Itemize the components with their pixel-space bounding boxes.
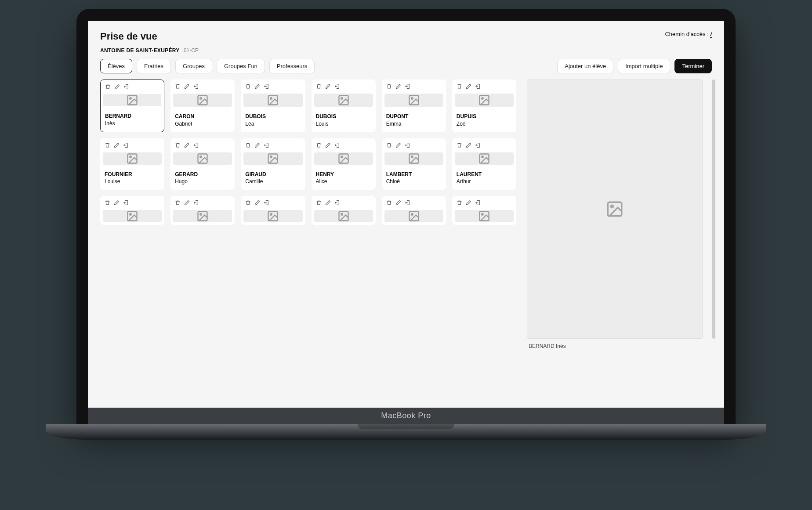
student-card[interactable]: GERARD Hugo (170, 138, 235, 190)
student-card[interactable]: DUPONT Emma (382, 80, 446, 132)
pencil-icon[interactable] (466, 199, 471, 207)
pencil-icon[interactable] (254, 142, 260, 150)
card-thumbnail[interactable] (314, 210, 373, 222)
export-icon[interactable] (264, 199, 269, 207)
export-icon[interactable] (475, 199, 481, 207)
trash-icon[interactable] (316, 199, 322, 207)
trash-icon[interactable] (175, 199, 181, 207)
tab-fratries[interactable]: Fratries (137, 59, 171, 73)
student-card[interactable]: DUBOIS Léa (241, 80, 305, 132)
student-card[interactable]: LAURENT Arthur (452, 138, 516, 190)
pencil-icon[interactable] (325, 142, 331, 150)
card-thumbnail[interactable] (384, 210, 443, 222)
trash-icon[interactable] (105, 199, 110, 207)
import-multiple-button[interactable]: Import multiple (618, 59, 670, 73)
student-card[interactable]: DUBOIS Louis (312, 80, 376, 132)
export-icon[interactable] (334, 142, 340, 150)
export-icon[interactable] (123, 142, 129, 150)
student-card[interactable]: DUPUIS Zoé (452, 80, 516, 132)
export-icon[interactable] (193, 142, 199, 150)
breadcrumb[interactable]: Chemin d'accès : / (665, 31, 712, 37)
pencil-icon[interactable] (325, 199, 331, 207)
trash-icon[interactable] (457, 83, 462, 91)
card-thumbnail[interactable] (103, 152, 162, 165)
student-card[interactable] (452, 196, 516, 225)
pencil-icon[interactable] (114, 142, 120, 150)
card-thumbnail[interactable] (103, 94, 161, 106)
pencil-icon[interactable] (184, 83, 190, 91)
card-thumbnail[interactable] (103, 210, 162, 222)
pencil-icon[interactable] (466, 83, 471, 91)
student-card[interactable]: BERNARD Inès (100, 80, 164, 132)
export-icon[interactable] (475, 142, 481, 150)
export-icon[interactable] (123, 199, 129, 207)
trash-icon[interactable] (457, 199, 462, 207)
trash-icon[interactable] (316, 142, 322, 150)
pencil-icon[interactable] (466, 142, 471, 150)
card-thumbnail[interactable] (384, 94, 443, 107)
pencil-icon[interactable] (325, 83, 331, 91)
trash-icon[interactable] (386, 199, 392, 207)
student-card[interactable] (241, 196, 305, 225)
pencil-icon[interactable] (395, 199, 401, 207)
pencil-icon[interactable] (395, 83, 401, 91)
student-card[interactable] (312, 196, 376, 225)
student-card[interactable] (100, 196, 164, 225)
trash-icon[interactable] (386, 83, 392, 91)
export-icon[interactable] (405, 83, 410, 91)
card-thumbnail[interactable] (314, 152, 373, 165)
pencil-icon[interactable] (395, 142, 401, 150)
trash-icon[interactable] (316, 83, 322, 91)
card-thumbnail[interactable] (173, 210, 232, 222)
pencil-icon[interactable] (254, 83, 260, 91)
tab-eleves[interactable]: Élèves (100, 59, 132, 73)
breadcrumb-path[interactable]: / (710, 31, 712, 38)
scrollbar[interactable] (712, 80, 715, 339)
export-icon[interactable] (475, 83, 481, 91)
export-icon[interactable] (193, 199, 199, 207)
pencil-icon[interactable] (184, 142, 190, 150)
trash-icon[interactable] (245, 199, 251, 207)
export-icon[interactable] (264, 83, 269, 91)
tab-groupes-fun[interactable]: Groupes Fun (217, 59, 265, 73)
student-card[interactable] (382, 196, 446, 225)
student-card[interactable]: CARON Gabriel (170, 80, 235, 132)
student-card[interactable]: HENRY Alice (312, 138, 376, 190)
trash-icon[interactable] (245, 142, 251, 150)
student-card[interactable] (170, 196, 235, 225)
export-icon[interactable] (334, 199, 340, 207)
export-icon[interactable] (405, 142, 410, 150)
export-icon[interactable] (264, 142, 269, 150)
card-thumbnail[interactable] (173, 152, 232, 165)
pencil-icon[interactable] (184, 199, 190, 207)
export-icon[interactable] (123, 83, 129, 91)
trash-icon[interactable] (457, 142, 462, 150)
pencil-icon[interactable] (114, 199, 120, 207)
student-card[interactable]: FOURNIER Louise (100, 138, 164, 190)
pencil-icon[interactable] (114, 83, 120, 91)
trash-icon[interactable] (175, 142, 181, 150)
card-thumbnail[interactable] (384, 152, 443, 165)
add-student-button[interactable]: Ajouter un élève (557, 59, 613, 73)
export-icon[interactable] (334, 83, 340, 91)
card-thumbnail[interactable] (243, 94, 302, 107)
trash-icon[interactable] (105, 142, 110, 150)
card-thumbnail[interactable] (243, 152, 302, 165)
trash-icon[interactable] (245, 83, 251, 91)
export-icon[interactable] (405, 199, 410, 207)
card-thumbnail[interactable] (314, 94, 373, 107)
trash-icon[interactable] (105, 83, 111, 91)
finish-button[interactable]: Terminer (674, 59, 712, 73)
card-thumbnail[interactable] (243, 210, 302, 222)
trash-icon[interactable] (175, 83, 181, 91)
student-card[interactable]: GIRAUD Camille (241, 138, 305, 190)
tab-professeurs[interactable]: Professeurs (269, 59, 315, 73)
export-icon[interactable] (193, 83, 199, 91)
student-card[interactable]: LAMBERT Chloé (382, 138, 446, 190)
tab-groupes[interactable]: Groupes (175, 59, 212, 73)
trash-icon[interactable] (386, 142, 392, 150)
card-thumbnail[interactable] (455, 152, 514, 165)
card-thumbnail[interactable] (455, 210, 514, 222)
pencil-icon[interactable] (254, 199, 260, 207)
card-thumbnail[interactable] (173, 94, 232, 107)
